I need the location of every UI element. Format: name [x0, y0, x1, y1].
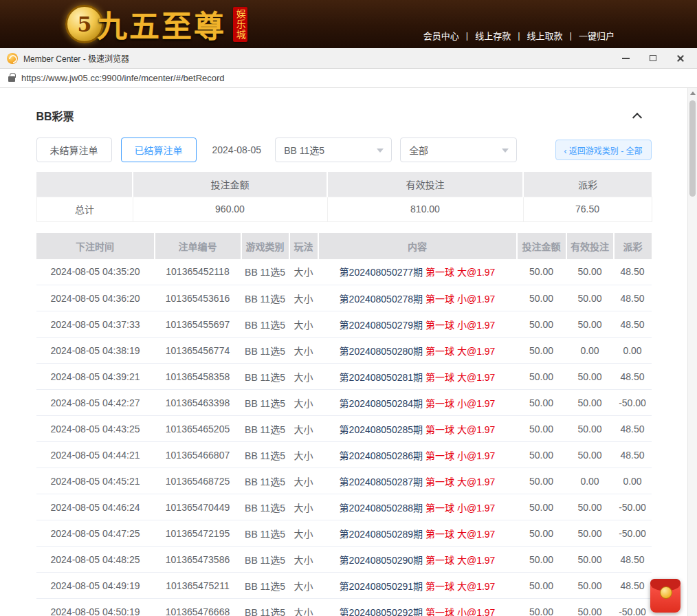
cell-valid-bet: 50.00 [566, 520, 614, 547]
cell-bet-time: 2024-08-05 04:37:33 [36, 311, 155, 338]
cell-order-id: 101365455697 [155, 311, 241, 338]
cell-valid-bet: 0.00 [566, 338, 614, 364]
summary-total-label: 总计 [36, 197, 133, 221]
url-text[interactable]: https://www.jw05.cc:9900/infe/mcenter/#/… [21, 73, 225, 83]
chevron-down-icon [377, 148, 384, 153]
cell-play-type: 大小 [289, 494, 318, 520]
cell-play-type: 大小 [289, 442, 318, 468]
nav-online-withdraw[interactable]: 线上取款 [527, 29, 563, 42]
unsettled-bets-button[interactable]: 未结算注单 [36, 138, 112, 162]
minimize-icon [622, 58, 630, 59]
cell-content: 第202408050280期第一球 大@1.97 [318, 338, 517, 364]
back-to-category-button[interactable]: ‹ 返回游戏类别 - 全部 [555, 140, 652, 160]
pick-text: 第一球 大@1.97 [425, 581, 495, 592]
pick-text: 第一球 小@1.97 [425, 450, 495, 461]
address-bar[interactable]: https://www.jw05.cc:9900/infe/mcenter/#/… [0, 69, 697, 88]
period-text: 第202408050284期 [340, 398, 423, 409]
cell-content: 第202408050277期第一球 大@1.97 [318, 259, 517, 285]
scroll-up-button[interactable] [688, 88, 697, 98]
cell-valid-bet: 50.00 [566, 442, 614, 468]
chevron-down-icon [502, 148, 509, 153]
nav-one-key-transfer[interactable]: 一键归户 [579, 29, 615, 42]
cell-content: 第202408050285期第一球 大@1.97 [318, 416, 517, 442]
close-button[interactable] [671, 50, 690, 67]
cell-order-id: 101365463398 [155, 390, 241, 416]
cell-content: 第202408050291期第一球 大@1.97 [318, 573, 517, 599]
period-text: 第202408050278期 [340, 294, 423, 305]
col-header-order-id: 注单编号 [155, 233, 241, 259]
cell-bet-amount: 50.00 [517, 311, 566, 338]
cell-game-type: BB 11选5 [241, 259, 289, 285]
cell-bet-amount: 50.00 [517, 285, 566, 311]
cell-bet-amount: 50.00 [517, 416, 566, 442]
pick-text: 第一球 小@1.97 [425, 398, 495, 409]
cell-bet-amount: 50.00 [517, 599, 566, 616]
period-text: 第202408050285期 [340, 424, 423, 435]
cell-order-id: 101365468725 [155, 468, 241, 494]
period-text: 第202408050279期 [340, 320, 423, 331]
cell-play-type: 大小 [289, 547, 318, 573]
cell-play-type: 大小 [289, 259, 318, 285]
cell-game-type: BB 11选5 [241, 416, 289, 442]
cell-bet-amount: 50.00 [517, 547, 566, 573]
vertical-scrollbar[interactable] [687, 88, 697, 616]
cell-play-type: 大小 [289, 416, 318, 442]
game-select-value: BB 11选5 [284, 143, 324, 157]
pick-text: 第一球 大@1.97 [425, 476, 495, 487]
cell-payout: 48.50 [614, 259, 652, 285]
cell-order-id: 101365465205 [155, 416, 241, 442]
minimize-button[interactable] [616, 50, 635, 67]
cell-payout: 48.50 [614, 573, 652, 599]
cell-content: 第202408050287期第一球 大@1.97 [318, 468, 517, 494]
cell-order-id: 101365475211 [155, 573, 241, 599]
red-envelope-button[interactable] [650, 579, 681, 613]
cell-payout: 0.00 [614, 338, 652, 364]
cell-order-id: 101365458358 [155, 364, 241, 390]
pick-text: 第一球 小@1.97 [425, 320, 495, 331]
collapse-chevron-up-icon[interactable] [632, 112, 641, 122]
bet-table-body: 2024-08-05 04:35:20 101365452118 BB 11选5… [36, 259, 652, 616]
table-row: 2024-08-05 04:50:19 101365476668 BB 11选5… [36, 599, 652, 616]
cell-bet-time: 2024-08-05 04:46:24 [36, 494, 155, 520]
table-row: 2024-08-05 04:44:21 101365466807 BB 11选5… [36, 442, 652, 468]
col-header-payout: 派彩 [614, 233, 652, 259]
game-select[interactable]: BB 11选5 [275, 138, 392, 162]
pick-text: 第一球 大@1.97 [425, 372, 495, 383]
table-row: 2024-08-05 04:35:20 101365452118 BB 11选5… [36, 259, 652, 285]
cell-content: 第202408050281期第一球 大@1.97 [318, 364, 517, 390]
cell-content: 第202408050288期第一球 小@1.97 [318, 494, 517, 520]
cell-game-type: BB 11选5 [241, 390, 289, 416]
cell-game-type: BB 11选5 [241, 338, 289, 364]
cell-order-id: 101365472195 [155, 520, 241, 547]
summary-header-bet-amount: 投注金额 [133, 172, 327, 197]
summary-table: 投注金额 有效投注 派彩 总计 960.00 810.00 76.50 [36, 172, 652, 222]
scrollbar-thumb[interactable] [689, 100, 696, 197]
date-picker[interactable]: 2024-08-05 [212, 144, 262, 155]
scope-select[interactable]: 全部 [400, 138, 517, 162]
cell-game-type: BB 11选5 [241, 547, 289, 573]
lock-icon [8, 76, 15, 82]
bet-table-header-row: 下注时间 注单编号 游戏类别 玩法 内容 投注金额 有效投注 派彩 [36, 233, 652, 259]
cell-bet-amount: 50.00 [517, 494, 566, 520]
cell-game-type: BB 11选5 [241, 599, 289, 616]
col-header-bet-time: 下注时间 [36, 233, 155, 259]
cell-play-type: 大小 [289, 573, 318, 599]
period-text: 第202408050277期 [340, 267, 423, 278]
cell-order-id: 101365452118 [155, 259, 241, 285]
maximize-button[interactable] [643, 50, 663, 67]
nav-member-center[interactable]: 会员中心 [423, 29, 459, 42]
settled-bets-button[interactable]: 已结算注单 [121, 138, 197, 162]
nav-online-deposit[interactable]: 线上存款 [475, 29, 511, 42]
table-row: 2024-08-05 04:46:24 101365470449 BB 11选5… [36, 494, 652, 520]
table-row: 2024-08-05 04:39:21 101365458358 BB 11选5… [36, 364, 652, 390]
site-banner: 5 九五至尊 娱乐城 会员中心 | 线上存款 | 线上取款 | 一键归户 [0, 0, 697, 48]
cell-game-type: BB 11选5 [241, 520, 289, 547]
pick-text: 第一球 小@1.97 [425, 503, 495, 514]
cell-content: 第202408050292期第一球 小@1.97 [318, 599, 517, 616]
col-header-bet-amount: 投注金额 [517, 233, 566, 259]
cell-game-type: BB 11选5 [241, 573, 289, 599]
summary-total-row: 总计 960.00 810.00 76.50 [36, 197, 652, 221]
table-row: 2024-08-05 04:43:25 101365465205 BB 11选5… [36, 416, 652, 442]
cell-valid-bet: 50.00 [566, 547, 614, 573]
cell-valid-bet: 50.00 [566, 494, 614, 520]
